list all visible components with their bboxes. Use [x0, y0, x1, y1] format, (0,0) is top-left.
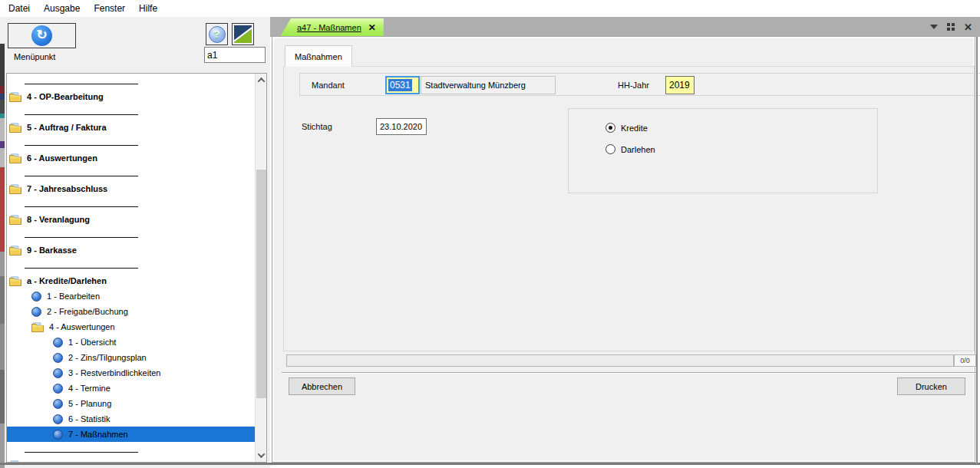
tab-close-icon[interactable]: ✕ — [368, 22, 376, 33]
command-input[interactable] — [204, 47, 266, 63]
refresh-icon: ↻ — [31, 25, 52, 46]
backdrop-strip-segment — [0, 424, 5, 468]
tree-item-6-auswertungen[interactable]: 6 - Auswertungen — [7, 150, 255, 166]
bullet-icon — [53, 338, 63, 348]
folder-icon — [31, 322, 44, 332]
stichtag-input[interactable]: 23.10.2020 — [376, 118, 427, 135]
radio-option-darlehen[interactable]: Darlehen — [605, 144, 655, 154]
print-button[interactable]: Drucken — [897, 377, 965, 395]
radio-unselected-icon[interactable] — [605, 144, 615, 154]
tree-item-label: 2 - Freigabe/Buchung — [47, 307, 128, 316]
tree-item-label: 5 - Auftrag / Faktura — [27, 123, 107, 132]
tree-item-label: 6 - Auswertungen — [27, 153, 97, 163]
menu-item-ausgabe[interactable]: Ausgabe — [37, 1, 87, 16]
bullet-icon — [53, 368, 63, 378]
hhjahr-value: 2019 — [669, 80, 690, 91]
scroll-up-icon[interactable] — [256, 74, 267, 87]
folder-icon — [9, 276, 21, 286]
stichtag-value: 23.10.2020 — [380, 122, 422, 131]
folder-icon — [9, 184, 21, 194]
menu-item-fenster[interactable]: Fenster — [87, 1, 132, 16]
mandant-label: Mandant — [312, 81, 345, 90]
tree-scrollbar[interactable] — [255, 74, 266, 462]
backdrop-strip-segment — [0, 100, 5, 114]
window-bottom-edge — [0, 463, 980, 465]
help-button[interactable]: ? — [206, 23, 228, 45]
bullet-icon — [53, 399, 63, 409]
tree-separator — [7, 227, 255, 242]
tree-item-4-op-bearbeitung[interactable]: 4 - OP-Bearbeitung — [7, 89, 255, 104]
tab-list-icon[interactable] — [930, 25, 938, 29]
scroll-down-icon[interactable] — [256, 449, 267, 462]
tree-item-label: a - Kredite/Darlehen — [27, 276, 107, 285]
scrollbar-thumb[interactable] — [256, 170, 266, 398]
radio-label: Kredite — [621, 124, 648, 133]
tree-item-label: 4 - Termine — [68, 384, 111, 393]
bullet-icon — [53, 384, 63, 394]
tree-item-7-maßnahmen[interactable]: 7 - Maßnahmen — [7, 427, 255, 442]
tree-item-5-auftrag-faktura[interactable]: 5 - Auftrag / Faktura — [7, 120, 255, 135]
application-window: DateiAusgabeFensterHilfe ↻ Menüpunkt ? 4… — [0, 0, 980, 468]
tree-item-1-übersicht[interactable]: 1 - Übersicht — [7, 335, 255, 350]
bullet-icon — [31, 292, 41, 302]
form-content: Mandant 0531 Stadtverwaltung Münzberg HH… — [283, 66, 975, 351]
radio-selected-icon[interactable] — [605, 123, 615, 133]
menu-item-datei[interactable]: Datei — [2, 1, 37, 16]
bullet-icon — [53, 353, 63, 363]
backdrop-strip-segment — [0, 252, 5, 276]
navigation-tree: 4 - OP-Bearbeitung5 - Auftrag / Faktura6… — [6, 73, 267, 463]
tile-windows-icon[interactable] — [947, 23, 955, 31]
backdrop-strip-segment — [0, 118, 5, 141]
tree-item-2-freigabe-buchung[interactable]: 2 - Freigabe/Buchung — [7, 304, 255, 319]
folder-icon — [9, 153, 21, 163]
backdrop-strip-segment — [0, 324, 5, 370]
mandant-code-value: 0531 — [388, 79, 412, 91]
tree-item-7-jahresabschluss[interactable]: 7 - Jahresabschluss — [7, 181, 255, 196]
mandant-name-value: Stadtverwaltung Münzberg — [425, 81, 526, 90]
tree-item-5-planung[interactable]: 5 - Planung — [7, 396, 255, 411]
tree-item-6-statistik[interactable]: 6 - Statistik — [7, 411, 255, 427]
tree-item-3-restverbindlichkeiten[interactable]: 3 - Restverbindlichkeiten — [7, 365, 255, 381]
folder-icon — [9, 92, 21, 102]
tree-item-1-bearbeiten[interactable]: 1 - Bearbeiten — [7, 288, 255, 304]
close-icon[interactable]: ✕ — [964, 22, 972, 32]
menu-item-hilfe[interactable]: Hilfe — [132, 1, 164, 16]
subtab-massnahmen[interactable]: Maßnahmen — [285, 45, 352, 67]
main-panel: Maßnahmen Mandant 0531 Stadtverwaltung M… — [272, 37, 975, 462]
window-right-edge — [976, 37, 978, 465]
menupunkt-button[interactable]: ↻ — [8, 23, 76, 48]
tree-item-8-veranlagung[interactable]: 8 - Veranlagung — [7, 212, 255, 227]
tree-item-b-anlagenbuchhaltung[interactable]: b - Anlagenbuchhaltung — [7, 457, 255, 463]
tree-item-9-barkasse[interactable]: 9 - Barkasse — [7, 242, 255, 258]
button-separator — [282, 372, 976, 374]
logo-button[interactable] — [232, 23, 254, 45]
radio-option-kredite[interactable]: Kredite — [605, 123, 648, 133]
backdrop-strip-segment — [0, 148, 5, 167]
hhjahr-input[interactable]: 2019 — [665, 76, 695, 94]
backdrop-strip-segment — [0, 94, 5, 100]
menu-bar: DateiAusgabeFensterHilfe — [0, 0, 980, 17]
bullet-icon — [53, 430, 63, 440]
mandant-code-input[interactable]: 0531 — [385, 76, 420, 94]
tree-item-4-auswertungen[interactable]: 4 - Auswertungen — [7, 319, 255, 335]
tree-item-2-zins-tilgungsplan[interactable]: 2 - Zins/Tilgungsplan — [7, 350, 255, 365]
tree-item-a-kredite-darlehen[interactable]: a - Kredite/Darlehen — [7, 273, 255, 288]
tree-item-4-termine[interactable]: 4 - Termine — [7, 381, 255, 396]
app-logo-icon — [234, 25, 252, 43]
backdrop-strip-segment — [0, 141, 5, 148]
tree-item-label: 1 - Übersicht — [68, 338, 116, 347]
tab-a47-massnamen[interactable]: a47 - Maßnamen ✕ — [280, 18, 384, 37]
bullet-icon — [31, 307, 41, 317]
subtab-label: Maßnahmen — [295, 52, 342, 61]
left-column: ↻ Menüpunkt ? 4 - OP-Bearbeitung5 - Auft… — [0, 17, 270, 468]
folder-icon — [9, 215, 21, 225]
progress-bar — [286, 354, 954, 367]
backdrop-strip-segment — [0, 86, 5, 94]
tab-label: a47 - Maßnamen — [297, 23, 361, 32]
tree-item-label: 4 - OP-Bearbeitung — [27, 92, 104, 101]
backdrop-strip-segment — [0, 276, 5, 324]
tree-separator — [7, 74, 255, 89]
cancel-button[interactable]: Abbrechen — [289, 377, 355, 395]
background-window-strip — [0, 44, 5, 468]
folder-icon — [9, 246, 21, 255]
